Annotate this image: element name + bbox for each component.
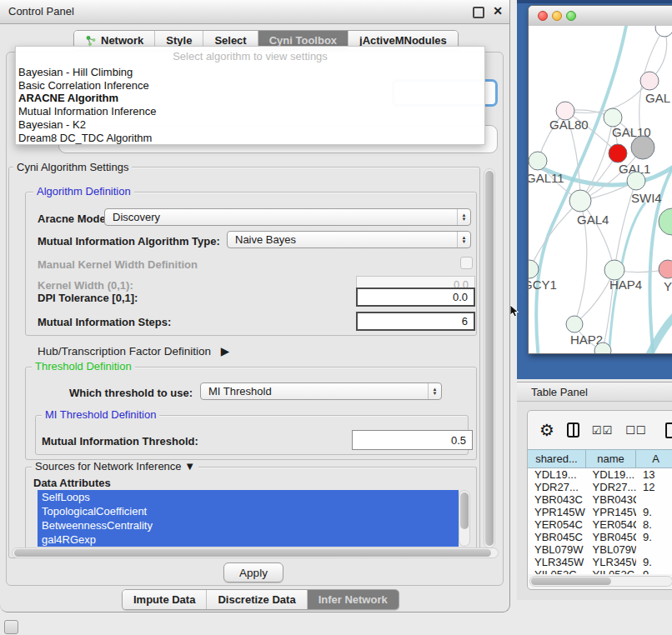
network-window[interactable]: GALGAL80GAL10GAL1GAL11SWI4GAL4GCY1HAP4YH… (528, 5, 672, 354)
aracne-mode-label: Aracne Mode: (38, 212, 109, 225)
attribute-item[interactable]: SelfLoops (38, 490, 459, 504)
dpi-tolerance-field[interactable]: 0.0 (356, 288, 475, 307)
control-panel-titlebar[interactable]: Control Panel ✕ (0, 0, 509, 24)
column-header[interactable]: shared... (528, 449, 586, 468)
network-window-titlebar[interactable] (529, 6, 672, 27)
tab-label: jActiveMNodules (359, 34, 447, 47)
attribute-item[interactable]: BetweennessCentrality (38, 518, 459, 532)
float-window-icon[interactable] (473, 7, 484, 18)
table-row[interactable]: YPR145WYPR145W9. (528, 506, 672, 518)
apply-button[interactable]: Apply (223, 562, 283, 582)
algorithm-option[interactable]: Mutual Information Inference (16, 105, 484, 118)
network-node[interactable] (655, 26, 672, 37)
algorithm-option[interactable]: Dream8 DC_TDC Algorithm (16, 132, 484, 145)
close-traffic-light-icon[interactable] (538, 11, 548, 21)
sources-group-title[interactable]: Sources for Network Inference ▼ (32, 460, 198, 472)
mi-type-combo[interactable]: Naive Bayes ▲▼ (227, 231, 471, 248)
network-node-gal4[interactable] (569, 190, 591, 212)
network-node[interactable] (631, 136, 654, 159)
algorithm-option[interactable]: Bayesian - K2 (16, 118, 484, 132)
algorithm-option[interactable]: ARACNE Algorithm (16, 92, 484, 105)
network-node-swi4[interactable] (627, 172, 645, 190)
minimize-traffic-light-icon[interactable] (552, 11, 562, 21)
data-attributes-label: Data Attributes (33, 477, 111, 489)
node-label: GAL80 (549, 118, 589, 132)
mi-steps-field[interactable]: 6 (356, 312, 475, 331)
node-label: Y (664, 279, 672, 293)
table-cell: YBR045C (586, 531, 636, 543)
data-attributes-list[interactable]: SelfLoopsTopologicalCoefficientBetweenne… (38, 490, 459, 547)
network-node-gal1[interactable] (609, 144, 627, 162)
algorithm-option[interactable]: Basic Correlation Inference (16, 79, 484, 92)
table-row[interactable]: YBR045CYBR045C9. (528, 531, 672, 543)
network-node-gal[interactable] (640, 72, 659, 90)
attributes-scrollbar[interactable] (459, 490, 470, 547)
network-node[interactable] (659, 208, 672, 235)
table-panel-titlebar[interactable]: Table Panel (517, 382, 672, 402)
table-cell: YBR043C (528, 493, 586, 506)
network-node-hap2[interactable] (566, 316, 583, 332)
column-header[interactable]: name (586, 449, 636, 468)
table-row[interactable]: YIL052CYIL052C9 (528, 568, 672, 574)
table-cell: 12 (636, 481, 672, 493)
network-node-gal11[interactable] (529, 152, 547, 170)
network-edge[interactable] (529, 201, 580, 269)
document-icon[interactable] (665, 422, 672, 438)
mi-threshold-field[interactable]: 0.5 (352, 430, 473, 450)
tab-impute-data[interactable]: Impute Data (123, 590, 207, 609)
table-row[interactable]: YDR27...YDR27...12 (528, 481, 672, 493)
zoom-traffic-light-icon[interactable] (566, 11, 576, 21)
table-panel-title: Table Panel (531, 386, 588, 398)
table-cell: YLR345W (586, 556, 636, 568)
table-row[interactable]: YLR345WYLR345W9. (528, 556, 672, 568)
table-cell: YDL19... (528, 468, 586, 481)
network-node-y[interactable] (659, 260, 672, 278)
network-node-gal10[interactable] (604, 108, 622, 127)
settings-horizontal-scrollbar[interactable] (12, 548, 499, 558)
table-row[interactable]: YDL19...YDL19...13 (528, 468, 672, 481)
mi-steps-label: Mutual Information Steps: (38, 316, 171, 328)
settings-vertical-scrollbar[interactable] (484, 168, 495, 548)
aracne-mode-value: Discovery (113, 211, 160, 223)
application-root: Control Panel ✕ NetworkStyleSelectCyni T… (0, 0, 672, 635)
hub-definition-label: Hub/Transcription Factor Definition (38, 345, 211, 358)
table-cell: YIL052C (528, 568, 586, 574)
table-horizontal-scrollbar[interactable] (529, 576, 672, 587)
threshold-definition-title: Threshold Definition (32, 360, 135, 372)
gear-icon[interactable]: ⚙ (539, 422, 554, 438)
network-canvas[interactable]: GALGAL80GAL10GAL1GAL11SWI4GAL4GCY1HAP4YH… (529, 26, 672, 353)
stepper-arrows-icon[interactable]: ▲▼ (428, 383, 441, 399)
aracne-mode-combo[interactable]: Discovery ▲▼ (104, 208, 471, 226)
algorithm-list: Bayesian - Hill ClimbingBasic Correlatio… (16, 66, 484, 144)
dock-panel-icon[interactable] (4, 620, 18, 634)
which-threshold-value: MI Threshold (208, 385, 272, 398)
hub-definition-toggle[interactable]: Hub/Transcription Factor Definition ▶ (38, 344, 229, 358)
table-cell: YPR145W (586, 506, 636, 518)
column-header[interactable]: A (636, 449, 672, 468)
attribute-item[interactable]: TopologicalCoefficient (38, 504, 459, 518)
stepper-arrows-icon[interactable]: ▲▼ (457, 232, 470, 248)
network-edge[interactable] (580, 201, 614, 270)
split-columns-icon[interactable] (567, 422, 579, 438)
tab-label: Infer Network (318, 593, 388, 606)
select-all-icon[interactable]: ☑☑ (592, 424, 613, 437)
which-threshold-combo[interactable]: MI Threshold ▲▼ (200, 382, 442, 400)
deselect-all-icon[interactable]: ☐☐ (625, 424, 646, 437)
table-row[interactable]: YER054CYER054C8. (528, 518, 672, 531)
algorithm-select-popup: Select algorithm to view settings Bayesi… (15, 46, 485, 145)
tab-label: Network (101, 34, 143, 47)
algorithm-popup-placeholder: Select algorithm to view settings (16, 47, 484, 66)
close-icon[interactable]: ✕ (493, 4, 503, 18)
manual-kernel-checkbox[interactable] (460, 257, 473, 269)
stepper-arrows-icon[interactable]: ▲▼ (457, 209, 470, 225)
collapse-arrow-icon[interactable]: ▼ (184, 460, 195, 472)
table-row[interactable]: YBL079WYBL079W (528, 543, 672, 556)
algorithm-option[interactable]: Bayesian - Hill Climbing (16, 66, 484, 79)
table-cell: YDR27... (586, 481, 636, 493)
expand-arrow-icon[interactable]: ▶ (221, 345, 229, 358)
table-row[interactable]: YBR043CYBR043C (528, 493, 672, 506)
attribute-item[interactable]: gal4RGexp (38, 532, 459, 547)
tab-infer-network[interactable]: Infer Network (308, 590, 399, 609)
tab-discretize-data[interactable]: Discretize Data (207, 590, 307, 609)
table-cell: YBR043C (586, 493, 636, 506)
